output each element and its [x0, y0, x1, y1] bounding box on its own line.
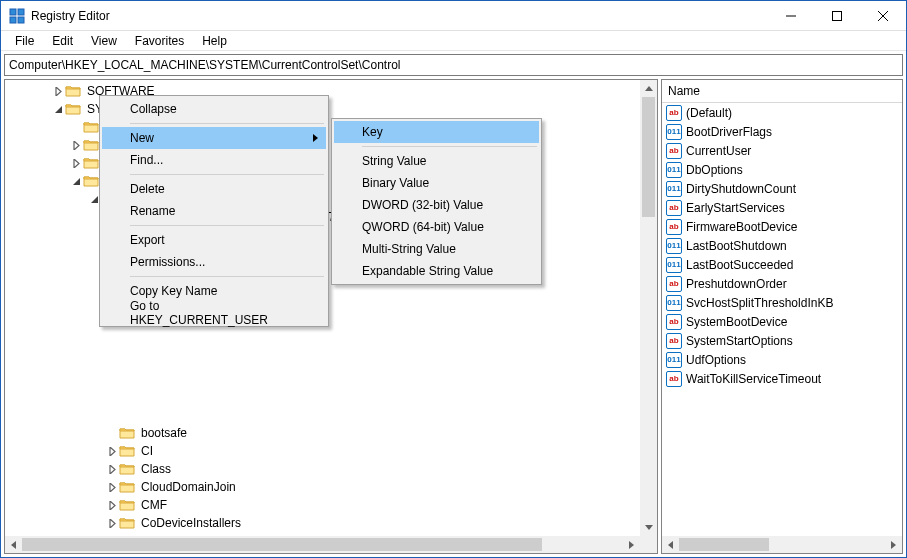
chevron-down-icon[interactable] [51, 102, 65, 116]
scroll-left-icon[interactable] [662, 536, 679, 553]
tree-label[interactable] [119, 360, 123, 362]
list-row[interactable]: 011SvcHostSplitThresholdInKB [662, 293, 902, 312]
menu-item[interactable]: Permissions... [102, 251, 326, 273]
svg-marker-23 [629, 541, 634, 549]
tree-label[interactable] [119, 342, 123, 344]
tree-row[interactable]: CMF [5, 496, 640, 514]
maximize-button[interactable] [814, 1, 860, 31]
list-row[interactable]: abPreshutdownOrder [662, 274, 902, 293]
chevron-right-icon[interactable] [105, 462, 119, 476]
menu-item[interactable]: QWORD (64-bit) Value [334, 216, 539, 238]
menu-favorites[interactable]: Favorites [127, 32, 192, 50]
menu-item-label: QWORD (64-bit) Value [362, 220, 484, 234]
chevron-right-icon[interactable] [69, 138, 83, 152]
menu-item[interactable]: Multi-String Value [334, 238, 539, 260]
list-row[interactable]: 011DirtyShutdownCount [662, 179, 902, 198]
tree-label[interactable]: CoDeviceInstallers [139, 515, 243, 531]
submenu-arrow-icon [313, 134, 318, 142]
list-row[interactable]: 011DbOptions [662, 160, 902, 179]
tree-row[interactable]: CI [5, 442, 640, 460]
folder-icon [119, 516, 135, 530]
menu-item-label: DWORD (32-bit) Value [362, 198, 483, 212]
chevron-right-icon[interactable] [51, 84, 65, 98]
tree-label[interactable]: CI [139, 443, 155, 459]
tree-label[interactable] [119, 414, 123, 416]
svg-marker-12 [73, 178, 80, 185]
menu-item[interactable]: DWORD (32-bit) Value [334, 194, 539, 216]
chevron-right-icon[interactable] [69, 156, 83, 170]
menu-item[interactable]: New [102, 127, 326, 149]
twisty-none [69, 120, 83, 134]
tree-label[interactable]: CloudDomainJoin [139, 479, 238, 495]
menu-item[interactable]: Export [102, 229, 326, 251]
list-body[interactable]: ab(Default)011BootDriverFlagsabCurrentUs… [662, 103, 902, 536]
menu-item[interactable]: String Value [334, 150, 539, 172]
tree-label[interactable]: bootsafe [139, 425, 189, 441]
scroll-thumb[interactable] [642, 97, 655, 217]
menu-item[interactable]: Binary Value [334, 172, 539, 194]
list-row[interactable]: abWaitToKillServiceTimeout [662, 369, 902, 388]
list-row[interactable]: abSystemStartOptions [662, 331, 902, 350]
chevron-right-icon[interactable] [105, 498, 119, 512]
address-bar[interactable]: Computer\HKEY_LOCAL_MACHINE\SYSTEM\Curre… [4, 54, 903, 76]
tree-label[interactable]: Class [139, 461, 173, 477]
chevron-down-icon[interactable] [69, 174, 83, 188]
tree-row[interactable]: Class [5, 460, 640, 478]
menu-item[interactable]: Collapse [102, 98, 326, 120]
list-row[interactable]: abFirmwareBootDevice [662, 217, 902, 236]
tree-row[interactable] [5, 352, 640, 370]
menu-item[interactable]: Delete [102, 178, 326, 200]
twisty-none [105, 354, 119, 368]
scroll-thumb[interactable] [22, 538, 542, 551]
tree-vscroll[interactable] [640, 80, 657, 536]
menu-item[interactable]: Rename [102, 200, 326, 222]
chevron-right-icon[interactable] [105, 516, 119, 530]
menu-item[interactable]: Key [334, 121, 539, 143]
tree-label[interactable]: CMF [139, 497, 169, 513]
menu-help[interactable]: Help [194, 32, 235, 50]
twisty-none [105, 390, 119, 404]
folder-icon [65, 84, 81, 98]
tree-label[interactable] [119, 378, 123, 380]
minimize-button[interactable] [768, 1, 814, 31]
tree-row[interactable]: bootsafe [5, 424, 640, 442]
tree-row[interactable] [5, 334, 640, 352]
chevron-right-icon[interactable] [105, 444, 119, 458]
menu-edit[interactable]: Edit [44, 32, 81, 50]
list-row[interactable]: 011LastBootShutdown [662, 236, 902, 255]
list-row[interactable]: abSystemBootDevice [662, 312, 902, 331]
list-row[interactable]: 011BootDriverFlags [662, 122, 902, 141]
scroll-right-icon[interactable] [885, 536, 902, 553]
scroll-thumb[interactable] [679, 538, 769, 551]
folder-icon [83, 120, 99, 134]
menu-item[interactable]: Find... [102, 149, 326, 171]
scroll-up-icon[interactable] [640, 80, 657, 97]
tree-label[interactable] [119, 396, 123, 398]
list-row[interactable]: abCurrentUser [662, 141, 902, 160]
tree-hscroll[interactable] [5, 536, 640, 553]
folder-icon [83, 174, 99, 188]
list-row[interactable]: ab(Default) [662, 103, 902, 122]
svg-marker-22 [11, 541, 16, 549]
tree-row[interactable]: CoDeviceInstallers [5, 514, 640, 532]
list-row[interactable]: abEarlyStartServices [662, 198, 902, 217]
tree-row[interactable]: CloudDomainJoin [5, 478, 640, 496]
reg-binary-icon: 011 [666, 295, 682, 311]
list-row[interactable]: 011UdfOptions [662, 350, 902, 369]
tree-row[interactable] [5, 388, 640, 406]
menu-view[interactable]: View [83, 32, 125, 50]
tree-row[interactable] [5, 406, 640, 424]
scroll-down-icon[interactable] [640, 519, 657, 536]
menu-item[interactable]: Expandable String Value [334, 260, 539, 282]
scroll-left-icon[interactable] [5, 536, 22, 553]
list-hscroll[interactable] [662, 536, 902, 553]
list-header-name[interactable]: Name [662, 80, 902, 103]
menu-file[interactable]: File [7, 32, 42, 50]
list-row[interactable]: 011LastBootSucceeded [662, 255, 902, 274]
tree-row[interactable] [5, 370, 640, 388]
main-area: SOFTWARESYSTEMActivationBrokerControlSet… [1, 79, 906, 557]
chevron-right-icon[interactable] [105, 480, 119, 494]
close-button[interactable] [860, 1, 906, 31]
menu-item[interactable]: Go to HKEY_CURRENT_USER [102, 302, 326, 324]
scroll-right-icon[interactable] [623, 536, 640, 553]
